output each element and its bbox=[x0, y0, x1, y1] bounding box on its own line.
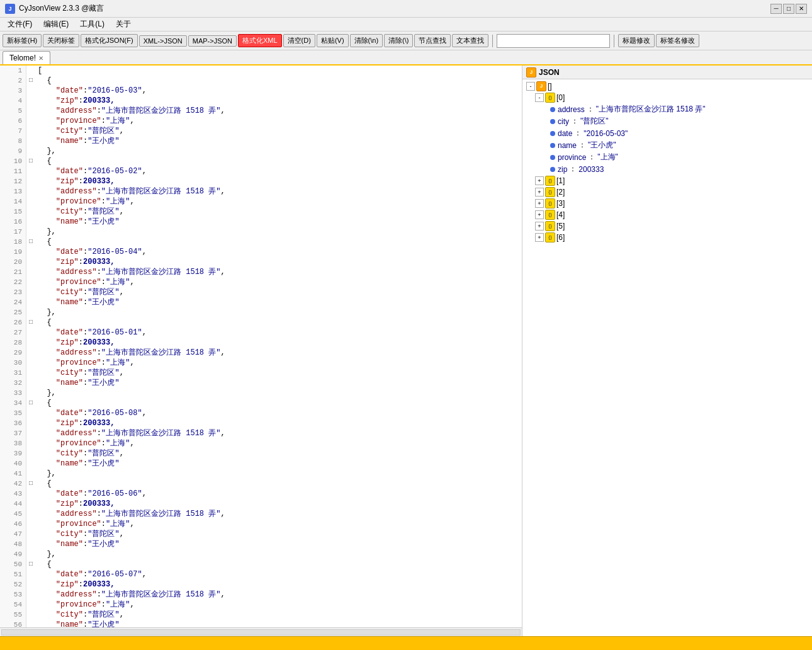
line-code-12[interactable]: "zip":200333, bbox=[35, 176, 522, 186]
tree-node-4[interactable]: + {} [4] bbox=[522, 209, 812, 220]
btn-text-find[interactable]: 文本查找 bbox=[452, 34, 488, 47]
line-code-29[interactable]: "address":"上海市普陀区金沙江路 1518 弄", bbox=[35, 348, 522, 358]
btn-clear-newline[interactable]: 清除(\n) bbox=[350, 34, 383, 47]
line-code-24[interactable]: "name":"王小虎" bbox=[35, 297, 522, 307]
line-code-18[interactable]: { bbox=[35, 237, 522, 247]
line-code-45[interactable]: "address":"上海市普陀区金沙江路 1518 弄", bbox=[35, 509, 522, 519]
menu-file[interactable]: 文件(F) bbox=[3, 18, 37, 31]
editor-hscroll[interactable] bbox=[1, 629, 521, 636]
btn-tag-rename[interactable]: 标签名修改 bbox=[656, 34, 699, 47]
line-code-38[interactable]: "province":"上海", bbox=[35, 438, 522, 448]
tree-node-0[interactable]: - {} [0] bbox=[522, 92, 812, 103]
line-code-48[interactable]: "name":"王小虎" bbox=[35, 539, 522, 549]
search-input[interactable] bbox=[497, 34, 610, 48]
line-code-8[interactable]: "name":"王小虎" bbox=[35, 136, 522, 146]
line-code-46[interactable]: "province":"上海", bbox=[35, 519, 522, 529]
btn-clear-backslash[interactable]: 清除(\) bbox=[384, 34, 413, 47]
line-code-49[interactable]: }, bbox=[35, 549, 522, 559]
line-code-44[interactable]: "zip":200333, bbox=[35, 499, 522, 509]
tab-close-icon[interactable]: ✕ bbox=[38, 55, 43, 62]
line-code-4[interactable]: "zip":200333, bbox=[35, 96, 522, 106]
line-code-1[interactable]: [ bbox=[35, 66, 522, 76]
line-code-33[interactable]: }, bbox=[35, 388, 522, 398]
line-code-2[interactable]: { bbox=[35, 76, 522, 86]
tab-telome[interactable]: Telome! ✕ bbox=[3, 51, 50, 64]
line-code-34[interactable]: { bbox=[35, 398, 522, 408]
tree-node-0-expand[interactable]: - bbox=[535, 93, 544, 102]
line-code-30[interactable]: "province":"上海", bbox=[35, 358, 522, 368]
editor-scrollbar-bottom[interactable] bbox=[0, 627, 522, 636]
btn-new-tab[interactable]: 新标签(H) bbox=[3, 34, 42, 47]
btn-map-to-json[interactable]: MAP->JSON bbox=[188, 35, 237, 47]
tree-node-6[interactable]: + {} [6] bbox=[522, 232, 812, 243]
line-code-25[interactable]: }, bbox=[35, 307, 522, 317]
tree-node-3[interactable]: + {} [3] bbox=[522, 198, 812, 209]
menu-about[interactable]: 关于 bbox=[111, 18, 136, 31]
tree-root-node[interactable]: - J [] bbox=[522, 81, 812, 92]
line-code-52[interactable]: "zip":200333, bbox=[35, 579, 522, 590]
line-code-5[interactable]: "address":"上海市普陀区金沙江路 1518 弄", bbox=[35, 106, 522, 116]
line-code-10[interactable]: { bbox=[35, 156, 522, 166]
fold-btn-42[interactable]: □ bbox=[26, 479, 35, 489]
tree-node-1-expand[interactable]: + bbox=[535, 176, 544, 185]
line-code-54[interactable]: "province":"上海", bbox=[35, 600, 522, 610]
tree-node-5-expand[interactable]: + bbox=[535, 222, 544, 231]
line-code-19[interactable]: "date":"2016-05-04", bbox=[35, 247, 522, 257]
fold-btn-10[interactable]: □ bbox=[26, 156, 35, 166]
btn-format-xml[interactable]: 格式化XML bbox=[238, 34, 282, 47]
line-code-50[interactable]: { bbox=[35, 559, 522, 569]
fold-btn-50[interactable]: □ bbox=[26, 559, 35, 569]
fold-btn-2[interactable]: □ bbox=[26, 76, 35, 86]
tree-node-2[interactable]: + {} [2] bbox=[522, 186, 812, 198]
line-code-15[interactable]: "city":"普陀区", bbox=[35, 207, 522, 217]
line-code-40[interactable]: "name":"王小虎" bbox=[35, 459, 522, 469]
tree-node-1[interactable]: + {} [1] bbox=[522, 175, 812, 186]
line-code-11[interactable]: "date":"2016-05-02", bbox=[35, 166, 522, 176]
menu-tools[interactable]: 工具(L) bbox=[75, 18, 110, 31]
line-code-13[interactable]: "address":"上海市普陀区金沙江路 1518 弄", bbox=[35, 186, 522, 197]
btn-clear[interactable]: 清空(D) bbox=[283, 34, 315, 47]
line-code-41[interactable]: }, bbox=[35, 469, 522, 479]
line-code-36[interactable]: "zip":200333, bbox=[35, 418, 522, 428]
btn-title-edit[interactable]: 标题修改 bbox=[618, 34, 655, 47]
tree-content[interactable]: - J [] - {} [0] address ： bbox=[522, 79, 812, 636]
line-code-7[interactable]: "city":"普陀区", bbox=[35, 126, 522, 136]
line-code-35[interactable]: "date":"2016-05-08", bbox=[35, 408, 522, 418]
line-code-16[interactable]: "name":"王小虎" bbox=[35, 217, 522, 227]
line-code-21[interactable]: "address":"上海市普陀区金沙江路 1518 弄", bbox=[35, 267, 522, 277]
line-code-39[interactable]: "city":"普陀区", bbox=[35, 448, 522, 459]
maximize-button[interactable]: □ bbox=[783, 4, 794, 14]
btn-close-tab[interactable]: 关闭标签 bbox=[43, 34, 79, 47]
tree-node-2-expand[interactable]: + bbox=[535, 188, 544, 197]
line-code-53[interactable]: "address":"上海市普陀区金沙江路 1518 弄", bbox=[35, 590, 522, 600]
line-code-28[interactable]: "zip":200333, bbox=[35, 338, 522, 348]
tree-node-3-expand[interactable]: + bbox=[535, 199, 544, 208]
line-code-56[interactable]: "name":"王小虎" bbox=[35, 620, 522, 627]
editor-content[interactable]: 1[2□ {3 "date":"2016-05-03",4 "zip":2003… bbox=[0, 66, 522, 627]
tree-node-4-expand[interactable]: + bbox=[535, 210, 544, 219]
line-code-42[interactable]: { bbox=[35, 479, 522, 489]
line-code-31[interactable]: "city":"普陀区", bbox=[35, 368, 522, 378]
line-code-26[interactable]: { bbox=[35, 317, 522, 328]
tree-root-expand[interactable]: - bbox=[526, 82, 535, 91]
btn-node-find[interactable]: 节点查找 bbox=[414, 34, 451, 47]
line-code-22[interactable]: "province":"上海", bbox=[35, 277, 522, 287]
line-code-27[interactable]: "date":"2016-05-01", bbox=[35, 328, 522, 338]
line-code-17[interactable]: }, bbox=[35, 227, 522, 237]
fold-btn-34[interactable]: □ bbox=[26, 398, 35, 408]
minimize-button[interactable]: ─ bbox=[770, 4, 782, 14]
btn-paste[interactable]: 粘贴(V) bbox=[317, 34, 349, 47]
tree-node-6-expand[interactable]: + bbox=[535, 233, 544, 242]
line-code-47[interactable]: "city":"普陀区", bbox=[35, 529, 522, 539]
fold-btn-18[interactable]: □ bbox=[26, 237, 35, 247]
line-code-55[interactable]: "city":"普陀区", bbox=[35, 610, 522, 620]
line-code-37[interactable]: "address":"上海市普陀区金沙江路 1518 弄", bbox=[35, 428, 522, 438]
line-code-23[interactable]: "city":"普陀区", bbox=[35, 287, 522, 297]
line-code-43[interactable]: "date":"2016-05-06", bbox=[35, 489, 522, 499]
tree-node-5[interactable]: + {} [5] bbox=[522, 220, 812, 232]
menu-edit[interactable]: 编辑(E) bbox=[38, 18, 74, 31]
btn-xml-to-json[interactable]: XML->JSON bbox=[139, 35, 187, 47]
line-code-20[interactable]: "zip":200333, bbox=[35, 257, 522, 267]
line-code-3[interactable]: "date":"2016-05-03", bbox=[35, 86, 522, 96]
close-button[interactable]: ✕ bbox=[796, 4, 807, 14]
